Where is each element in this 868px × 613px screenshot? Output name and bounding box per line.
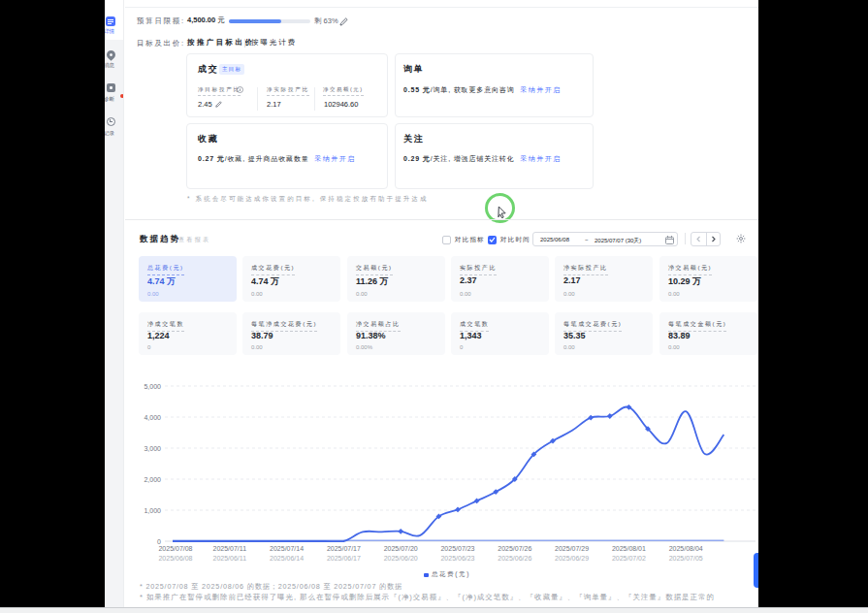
svg-text:2025/07/08: 2025/07/08 <box>158 545 192 552</box>
svg-text:2025/08/04: 2025/08/04 <box>669 545 703 552</box>
svg-text:2025/06/20: 2025/06/20 <box>384 555 418 562</box>
svg-text:0: 0 <box>157 538 161 545</box>
svg-text:2025/06/26: 2025/06/26 <box>498 555 531 562</box>
svg-text:2025/06/14: 2025/06/14 <box>270 555 304 562</box>
svg-text:5,000: 5,000 <box>144 383 161 390</box>
svg-text:2025/07/05: 2025/07/05 <box>669 555 703 562</box>
svg-text:1,000: 1,000 <box>144 507 161 514</box>
svg-text:3,000: 3,000 <box>144 445 161 452</box>
svg-text:2025/07/29: 2025/07/29 <box>555 545 589 552</box>
svg-text:2025/06/08: 2025/06/08 <box>158 555 192 562</box>
svg-text:2025/07/14: 2025/07/14 <box>270 545 304 552</box>
svg-text:2025/06/11: 2025/06/11 <box>213 555 247 562</box>
svg-text:2025/06/17: 2025/06/17 <box>327 555 361 562</box>
svg-text:2025/07/23: 2025/07/23 <box>440 545 474 552</box>
svg-text:2025/08/01: 2025/08/01 <box>612 545 646 552</box>
svg-text:2025/07/17: 2025/07/17 <box>327 545 361 552</box>
svg-text:2025/06/23: 2025/06/23 <box>440 555 474 562</box>
svg-text:2025/07/11: 2025/07/11 <box>213 545 247 552</box>
svg-text:2025/06/29: 2025/06/29 <box>555 555 589 562</box>
svg-text:2025/07/26: 2025/07/26 <box>498 545 531 552</box>
svg-text:2025/07/02: 2025/07/02 <box>612 555 646 562</box>
svg-text:4,000: 4,000 <box>144 414 161 421</box>
svg-text:2,000: 2,000 <box>144 476 161 483</box>
svg-text:2025/07/20: 2025/07/20 <box>384 545 418 552</box>
